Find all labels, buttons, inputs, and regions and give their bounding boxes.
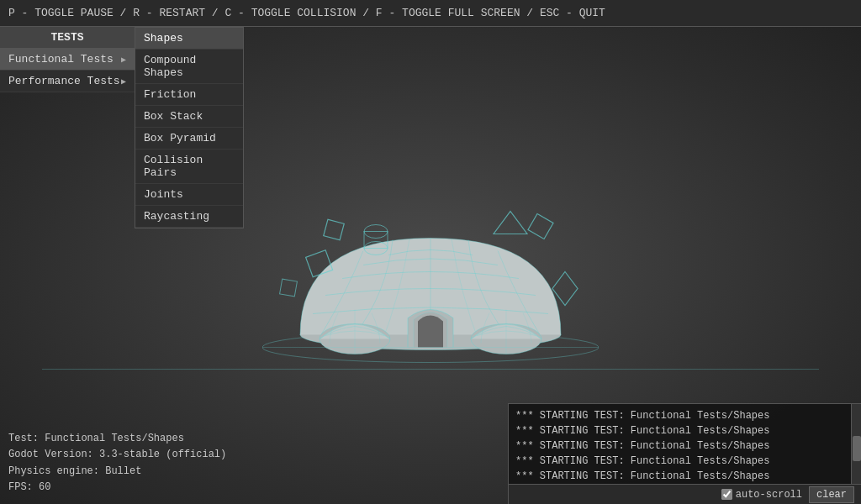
fps-counter: FPS: 60 bbox=[8, 480, 226, 496]
submenu-item-box-pyramid[interactable]: Box Pyramid bbox=[135, 128, 243, 150]
physics-engine: Physics engine: Bullet bbox=[8, 464, 226, 480]
console-line: *** STARTING TEST: Functional Tests/Shap… bbox=[515, 469, 854, 484]
submenu-item-raycasting[interactable]: Raycasting bbox=[135, 206, 243, 228]
shortcut-text: P - TOGGLE PAUSE / R - RESTART / C - TOG… bbox=[8, 7, 605, 19]
test-info: Test: Functional Tests/Shapes bbox=[8, 431, 226, 447]
svg-rect-12 bbox=[280, 279, 298, 297]
submenu: Shapes Compound Shapes Friction Box Stac… bbox=[135, 27, 244, 228]
bottom-info: Test: Functional Tests/Shapes Godot Vers… bbox=[8, 431, 226, 496]
svg-rect-10 bbox=[528, 213, 553, 239]
functional-tests-arrow: ▶ bbox=[121, 55, 126, 65]
performance-tests-label: Performance Tests bbox=[8, 75, 120, 87]
console-panel: *** STARTING TEST: Functional Tests/Shap… bbox=[508, 403, 861, 504]
console-line: *** STARTING TEST: Functional Tests/Shap… bbox=[515, 408, 854, 423]
clear-button[interactable]: clear bbox=[809, 486, 854, 503]
submenu-item-box-stack[interactable]: Box Stack bbox=[135, 106, 243, 128]
performance-tests-arrow: ▶ bbox=[121, 76, 126, 87]
submenu-item-collision-pairs[interactable]: Collision Pairs bbox=[135, 150, 243, 184]
godot-version: Godot Version: 3.3-stable (official) bbox=[8, 447, 226, 463]
left-panel: TESTS Functional Tests ▶ Performance Tes… bbox=[0, 27, 135, 92]
3d-scene bbox=[262, 171, 599, 381]
submenu-item-joints[interactable]: Joints bbox=[135, 184, 243, 206]
submenu-item-compound-shapes[interactable]: Compound Shapes bbox=[135, 50, 243, 84]
submenu-item-shapes[interactable]: Shapes bbox=[135, 28, 243, 50]
sidebar-item-functional-tests[interactable]: Functional Tests ▶ bbox=[0, 49, 135, 71]
svg-rect-5 bbox=[324, 219, 344, 239]
functional-tests-label: Functional Tests bbox=[8, 53, 114, 66]
console-line: *** STARTING TEST: Functional Tests/Shap… bbox=[515, 454, 854, 469]
tests-header: TESTS bbox=[0, 27, 135, 49]
submenu-item-friction[interactable]: Friction bbox=[135, 84, 243, 106]
autoscroll-checkbox[interactable] bbox=[721, 489, 732, 500]
console-toolbar: auto-scroll clear bbox=[509, 484, 861, 504]
top-bar: P - TOGGLE PAUSE / R - RESTART / C - TOG… bbox=[0, 0, 861, 27]
svg-marker-9 bbox=[494, 212, 527, 234]
svg-marker-11 bbox=[552, 272, 578, 306]
console-line: *** STARTING TEST: Functional Tests/Shap… bbox=[515, 438, 854, 454]
console-scrollbar-thumb[interactable] bbox=[853, 436, 861, 461]
sidebar-item-performance-tests[interactable]: Performance Tests ▶ bbox=[0, 71, 135, 92]
autoscroll-label[interactable]: auto-scroll bbox=[721, 489, 802, 501]
autoscroll-text: auto-scroll bbox=[736, 489, 802, 501]
console-messages: *** STARTING TEST: Functional Tests/Shap… bbox=[509, 404, 861, 484]
console-line: *** STARTING TEST: Functional Tests/Shap… bbox=[515, 423, 854, 438]
console-scrollbar[interactable] bbox=[851, 404, 861, 484]
